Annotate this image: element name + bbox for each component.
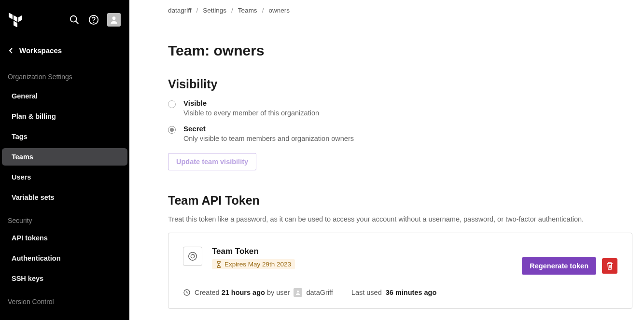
token-name: Team Token <box>212 247 295 256</box>
user-mini-avatar-icon <box>294 288 302 297</box>
visibility-option-label: Visible <box>183 99 319 107</box>
lastused-prefix: Last used <box>351 289 382 296</box>
token-section: Team API Token Treat this token like a p… <box>168 194 632 309</box>
back-label: Workspaces <box>19 46 62 55</box>
created-relative: 21 hours ago <box>222 289 265 296</box>
svg-point-0 <box>70 16 77 22</box>
delete-token-button[interactable] <box>602 258 617 274</box>
radio-icon[interactable] <box>168 126 176 134</box>
token-meta: Created 21 hours ago by user dataGriff L… <box>183 288 617 297</box>
sidebar-section-heading: Organization Settings <box>0 68 129 87</box>
sidebar-item-authentication[interactable]: Authentication <box>2 250 127 267</box>
user-avatar[interactable] <box>107 13 121 27</box>
sidebar-item-plan-billing[interactable]: Plan & billing <box>2 108 127 125</box>
visibility-option-label: Secret <box>183 125 354 133</box>
trash-icon <box>606 262 614 270</box>
breadcrumb-teams[interactable]: Teams <box>238 7 257 14</box>
visibility-option-desc: Visible to every member of this organiza… <box>183 109 319 117</box>
radio-dot-icon <box>170 128 174 132</box>
breadcrumb: datagriff / Settings / Teams / owners <box>129 0 644 21</box>
created-by-user: dataGriff <box>306 289 333 296</box>
sidebar-item-users[interactable]: Users <box>2 168 127 186</box>
svg-line-1 <box>76 21 79 24</box>
lastused-relative: 36 minutes ago <box>386 289 437 296</box>
token-icon <box>183 247 202 266</box>
svg-point-7 <box>194 254 195 255</box>
created-prefix: Created <box>195 289 222 296</box>
created-by-prefix: by user <box>265 289 290 296</box>
sidebar-item-api-tokens[interactable]: API tokens <box>2 229 127 247</box>
radio-icon[interactable] <box>168 100 176 108</box>
sidebar-security-heading: Security <box>0 209 129 229</box>
sidebar-item-tags[interactable]: Tags <box>2 128 127 145</box>
regenerate-token-button[interactable]: Regenerate token <box>522 257 596 275</box>
terraform-logo-icon[interactable] <box>9 13 22 27</box>
token-header: Team Token Expires May 29th 2023 Regener… <box>183 247 617 275</box>
token-last-used: Last used 36 minutes ago <box>351 289 436 296</box>
visibility-option-desc: Only visible to team members and organiz… <box>183 135 354 142</box>
token-heading: Team API Token <box>168 194 632 208</box>
main: datagriff / Settings / Teams / owners Te… <box>129 0 644 320</box>
svg-point-5 <box>189 252 197 261</box>
visibility-option-secret[interactable]: Secret Only visible to team members and … <box>168 125 632 142</box>
sidebar: Workspaces Organization Settings General… <box>0 0 129 320</box>
sidebar-vcs-heading: Version Control <box>0 290 129 310</box>
search-icon[interactable] <box>69 14 80 26</box>
back-to-workspaces[interactable]: Workspaces <box>0 38 129 68</box>
sidebar-item-general[interactable]: General <box>2 87 127 105</box>
hourglass-icon <box>216 261 222 268</box>
sidebar-item-ssh-keys[interactable]: SSH keys <box>2 270 127 287</box>
breadcrumb-sep: / <box>196 7 198 14</box>
clock-icon <box>183 289 191 296</box>
visibility-heading: Visibility <box>168 77 632 91</box>
content: Team: owners Visibility Visible Visible … <box>129 21 644 309</box>
breadcrumb-settings[interactable]: Settings <box>203 7 226 14</box>
breadcrumb-current: owners <box>268 7 290 14</box>
update-visibility-button[interactable]: Update team visibility <box>168 153 256 170</box>
token-card: Team Token Expires May 29th 2023 Regener… <box>168 233 632 309</box>
token-expiry-badge: Expires May 29th 2023 <box>212 259 295 269</box>
breadcrumb-sep: / <box>231 7 233 14</box>
token-actions: Regenerate token <box>522 257 617 275</box>
chevron-left-icon <box>9 47 14 54</box>
visibility-option-visible[interactable]: Visible Visible to every member of this … <box>168 99 632 117</box>
breadcrumb-sep: / <box>262 7 264 14</box>
token-desc: Treat this token like a password, as it … <box>168 215 632 223</box>
token-left: Team Token Expires May 29th 2023 <box>183 247 295 270</box>
sidebar-top <box>0 8 129 38</box>
svg-point-3 <box>94 22 94 23</box>
token-expiry-text: Expires May 29th 2023 <box>224 261 291 268</box>
top-icons <box>69 13 121 27</box>
sidebar-item-teams[interactable]: Teams <box>2 148 127 166</box>
svg-point-4 <box>112 16 116 20</box>
page-title: Team: owners <box>168 42 632 59</box>
token-created: Created 21 hours ago by user dataGriff <box>183 288 333 297</box>
help-icon[interactable] <box>88 14 99 26</box>
svg-point-9 <box>297 291 299 292</box>
sidebar-item-variable-sets[interactable]: Variable sets <box>2 189 127 206</box>
breadcrumb-org[interactable]: datagriff <box>168 7 192 14</box>
